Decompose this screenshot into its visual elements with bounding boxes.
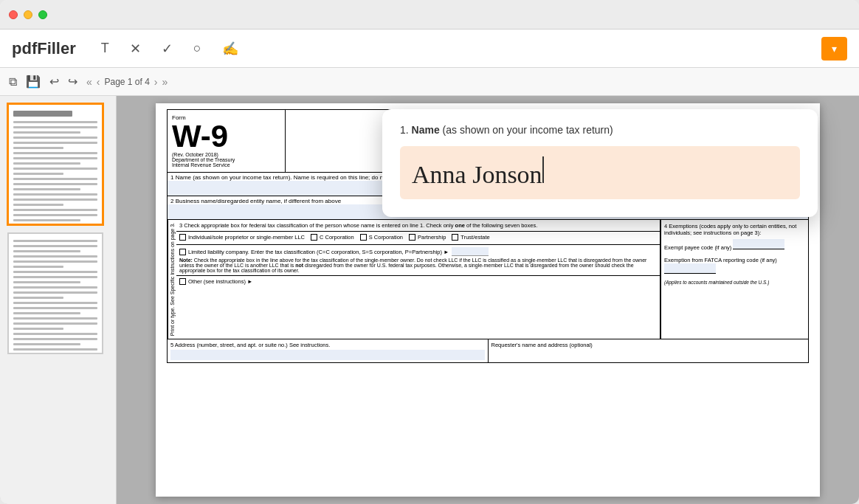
action-button-dropdown[interactable]: ▾	[832, 43, 837, 55]
action-button[interactable]: ▾	[821, 37, 847, 61]
checkbox-s-corp[interactable]: S Corporation	[360, 234, 403, 241]
action-bar: ⧉ 💾 ↩ ↪ « ‹ Page 1 of 4 › »	[0, 68, 859, 96]
name-input-display[interactable]: Anna Jonson	[412, 156, 788, 189]
tooltip-field-desc: (as shown on your income tax return)	[443, 124, 613, 136]
address-section: 5 Address (number, street, and apt. or s…	[167, 339, 809, 363]
field5-input[interactable]	[170, 350, 485, 360]
checkbox-row: Individual/sole proprietor or single-mem…	[176, 232, 660, 245]
page-info: Page 1 of 4	[104, 77, 149, 87]
checkbox-c-corp-box[interactable]	[311, 234, 317, 241]
tooltip-title: 1. Name (as shown on your income tax ret…	[400, 124, 800, 136]
save-icon[interactable]: 💾	[26, 75, 41, 89]
checkbox-partnership-box[interactable]	[409, 234, 415, 241]
copy-icon[interactable]: ⧉	[9, 75, 17, 89]
form-irs: Internal Revenue Service	[172, 162, 280, 168]
checkbox-trust[interactable]: Trust/estate	[452, 234, 489, 241]
minimize-button[interactable]	[24, 10, 32, 19]
form-number: W-9	[172, 121, 280, 152]
field5-left: 5 Address (number, street, and apt. or s…	[168, 339, 489, 362]
tooltip-input-area[interactable]: Anna Jonson	[400, 146, 800, 199]
first-page-button[interactable]: «	[86, 76, 92, 88]
field4-label: 4 Exemptions (codes apply only to certai…	[664, 223, 805, 236]
check-tool[interactable]: ✓	[159, 38, 176, 60]
field5-label: 5 Address (number, street, and apt. or s…	[170, 342, 485, 348]
prev-page-button[interactable]: ‹	[97, 76, 100, 88]
form-header-left: Form W-9 (Rev. October 2018) Department …	[168, 110, 286, 172]
exempt-payee-input[interactable]	[733, 239, 784, 249]
tooltip-field-name: Name	[412, 124, 440, 136]
llc-row: Limited liability company. Enter the tax…	[176, 245, 660, 276]
logo-pdf: pdf	[12, 39, 37, 58]
field3-label: 3 Check appropriate box for federal tax …	[179, 222, 537, 229]
signature-tool[interactable]: ✍	[219, 38, 241, 60]
main-content: 1. Name (as shown on your income tax ret…	[0, 96, 859, 504]
page-navigation: « ‹ Page 1 of 4 › »	[86, 76, 168, 88]
checkbox-partnership[interactable]: Partnership	[409, 234, 446, 241]
checkbox-c-corp[interactable]: C Corporation	[311, 234, 354, 241]
checkbox-other-box[interactable]	[179, 278, 186, 285]
page-thumbnails-panel	[0, 96, 117, 504]
text-tool[interactable]: T	[98, 38, 112, 59]
requester-input[interactable]	[491, 350, 806, 360]
next-page-button[interactable]: ›	[154, 76, 158, 88]
cross-tool[interactable]: ✕	[127, 38, 144, 60]
close-button[interactable]	[9, 10, 18, 19]
maximize-button[interactable]	[38, 10, 47, 19]
text-cursor	[542, 156, 544, 183]
window-chrome: pdfFiller T ✕ ✓ ○ ✍ ▾ ⧉ 💾 ↩ ↪ « ‹ Page 1…	[0, 0, 859, 504]
fatca-input[interactable]	[664, 263, 716, 274]
checkbox-trust-box[interactable]	[452, 234, 458, 241]
document-area: 1. Name (as shown on your income tax ret…	[117, 96, 859, 504]
title-bar	[0, 0, 859, 30]
checkbox-s-corp-box[interactable]	[360, 234, 367, 241]
checkbox-llc-box[interactable]	[179, 249, 186, 255]
vertical-instruction-text: Print or type. See Specific Instructions…	[168, 220, 176, 339]
redo-icon[interactable]: ↪	[68, 75, 77, 89]
requester-label: Requester's name and address (optional)	[491, 342, 806, 348]
app-logo: pdfFiller	[12, 39, 76, 58]
other-row: Other (see instructions) ►	[176, 276, 660, 289]
checkbox-individual-box[interactable]	[179, 234, 186, 241]
exemptions-box: 4 Exemptions (codes apply only to certai…	[660, 220, 808, 339]
input-value: Anna Jonson	[412, 161, 542, 188]
main-toolbar: pdfFiller T ✕ ✓ ○ ✍ ▾	[0, 30, 859, 68]
classification-section: Print or type. See Specific Instructions…	[167, 220, 809, 339]
exempt-payee-label: Exempt payee code (if any)	[664, 239, 805, 251]
tooltip-field-number: 1.	[400, 124, 412, 136]
circle-tool[interactable]: ○	[190, 38, 204, 59]
last-page-button[interactable]: »	[162, 76, 168, 88]
llc-note: Note: Check the appropriate box in the l…	[179, 258, 657, 273]
undo-icon[interactable]: ↩	[49, 75, 59, 89]
field3-header: 3 Check appropriate box for federal tax …	[176, 220, 660, 232]
checkbox-llc[interactable]: Limited liability company. Enter the tax…	[179, 247, 657, 256]
checkbox-other[interactable]: Other (see instructions) ►	[179, 278, 657, 285]
thumbnail-page-2[interactable]	[7, 232, 103, 354]
checkbox-individual[interactable]: Individual/sole proprietor or single-mem…	[179, 234, 305, 241]
thumbnail-page-1[interactable]	[7, 103, 103, 225]
form-dept: Department of the Treasury	[172, 157, 280, 162]
fatca-note: (Applies to accounts maintained outside …	[664, 280, 805, 285]
fatca-label: Exemption from FATCA reporting code (if …	[664, 257, 805, 275]
field-tooltip: 1. Name (as shown on your income tax ret…	[382, 109, 818, 217]
logo-filler: Filler	[37, 39, 76, 58]
llc-input-field[interactable]	[452, 247, 489, 256]
field5-right: Requester's name and address (optional)	[489, 339, 809, 362]
